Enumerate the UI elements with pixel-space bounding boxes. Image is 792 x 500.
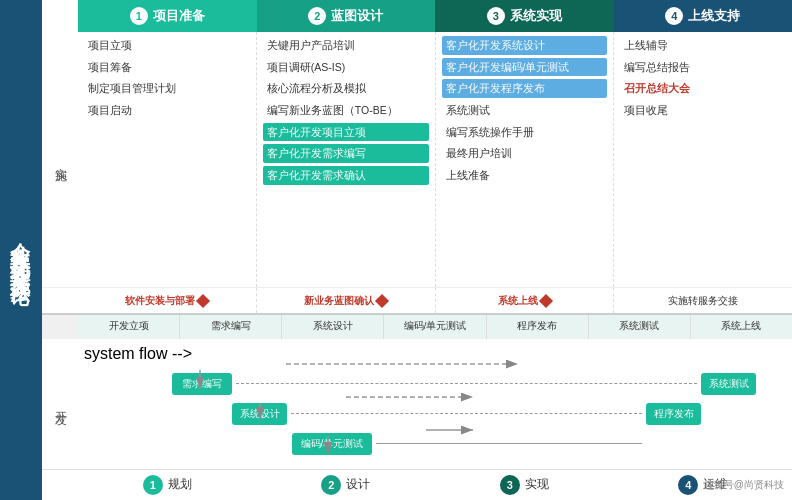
footer-phase-2: 2 设计 bbox=[257, 475, 436, 495]
task-item: 制定项目管理计划 bbox=[84, 79, 250, 98]
task-item: 最终用户培训 bbox=[442, 144, 608, 163]
dashed-line-2 bbox=[287, 413, 646, 414]
footer-phases: 1 规划 2 设计 3 实现 4 运维 bbox=[78, 475, 792, 495]
flow-box-syscheck: 系统测试 bbox=[701, 373, 756, 395]
footer-phase-3: 3 实现 bbox=[435, 475, 614, 495]
task-item: 核心流程分析及模拟 bbox=[263, 79, 429, 98]
dev-phase-cell-5: 系统测试 bbox=[589, 315, 691, 339]
left-title: 企业数字化转型实施方法论 bbox=[0, 0, 42, 500]
task-item: 项目立项 bbox=[84, 36, 250, 55]
task-item-highlight: 客户化开发项目立项 bbox=[263, 123, 429, 142]
footer-num-3: 3 bbox=[500, 475, 520, 495]
task-item-highlight: 客户化开发系统设计 bbox=[442, 36, 608, 55]
bottom-section: 开发立项 需求编写 系统设计 编码/单元测试 程序发布 系统测试 系统上线 开发… bbox=[42, 315, 792, 500]
task-item: 系统测试 bbox=[442, 101, 608, 120]
dev-phase-cell-4: 程序发布 bbox=[487, 315, 589, 339]
phase-num-2: 2 bbox=[308, 7, 326, 25]
task-item: 项目筹备 bbox=[84, 58, 250, 77]
phase2-tasks: 关键用户产品培训 项目调研(AS-IS) 核心流程分析及模拟 编写新业务蓝图（T… bbox=[257, 32, 436, 287]
milestone-2: 新业务蓝图确认 bbox=[257, 288, 436, 313]
dashed-line-1 bbox=[232, 383, 701, 384]
milestone-4: 实施转服务交接 bbox=[614, 288, 792, 313]
phase4-tasks: 上线辅导 编写总结报告 召开总结大会 项目收尾 bbox=[614, 32, 792, 287]
task-item: 编写新业务蓝图（TO-BE） bbox=[263, 101, 429, 120]
content-area: 1 项目准备 2 蓝图设计 3 系统实现 4 上线支持 bbox=[42, 0, 792, 500]
phase-header-4: 4 上线支持 bbox=[614, 0, 793, 32]
task-item: 召开总结大会 bbox=[620, 79, 786, 98]
dev-diagram: system flow --> 需求编写 系统测试 bbox=[78, 339, 792, 469]
main-container: 企业数字化转型实施方法论 1 项目准备 2 蓝图设计 3 系统实现 bbox=[0, 0, 792, 500]
phase3-tasks: 客户化开发系统设计 客户化开发编码/单元测试 客户化开发程序发布 系统测试 编写… bbox=[436, 32, 615, 287]
top-section: 1 项目准备 2 蓝图设计 3 系统实现 4 上线支持 bbox=[42, 0, 792, 315]
dev-phase-cell-3: 编码/单元测试 bbox=[384, 315, 486, 339]
milestone-row: 软件安装与部署 新业务蓝图确认 系统上线 bbox=[42, 287, 792, 313]
dev-phase-cell-2: 系统设计 bbox=[282, 315, 384, 339]
phase1-tasks: 项目立项 项目筹备 制定项目管理计划 项目启动 bbox=[78, 32, 257, 287]
dev-phase-cells: 开发立项 需求编写 系统设计 编码/单元测试 程序发布 系统测试 系统上线 bbox=[78, 315, 792, 339]
bottom-footer: 1 规划 2 设计 3 实现 4 运维 bbox=[42, 469, 792, 500]
phase-label-spacer bbox=[42, 0, 78, 32]
solid-line-1 bbox=[372, 443, 646, 444]
dev-label-header bbox=[42, 315, 78, 339]
flow-box-needs: 需求编写 bbox=[172, 373, 232, 395]
flow-row-3: 编码/单元测试 bbox=[84, 433, 786, 455]
flow-row-2: 系统设计 程序发布 bbox=[84, 403, 786, 425]
milestone-1: 软件安装与部署 bbox=[78, 288, 257, 313]
milestone-wrapper-1: 软件安装与部署 bbox=[125, 294, 208, 308]
footer-num-1: 1 bbox=[143, 475, 163, 495]
flow-box-sysdesign: 系统设计 bbox=[232, 403, 287, 425]
task-item: 项目启动 bbox=[84, 101, 250, 120]
phase-num-1: 1 bbox=[130, 7, 148, 25]
phase-num-3: 3 bbox=[487, 7, 505, 25]
phase-num-4: 4 bbox=[665, 7, 683, 25]
task-item: 关键用户产品培训 bbox=[263, 36, 429, 55]
footer-num-2: 2 bbox=[321, 475, 341, 495]
footer-num-4: 4 bbox=[678, 475, 698, 495]
milestone-wrapper-2: 新业务蓝图确认 bbox=[304, 294, 387, 308]
task-item: 上线准备 bbox=[442, 166, 608, 185]
diamond-icon-2 bbox=[375, 293, 389, 307]
dev-phase-cell-6: 系统上线 bbox=[691, 315, 792, 339]
phase-header-3: 3 系统实现 bbox=[435, 0, 614, 32]
dev-phase-cell-0: 开发立项 bbox=[78, 315, 180, 339]
task-item-highlight: 客户化开发编码/单元测试 bbox=[442, 58, 608, 77]
task-item-highlight: 客户化开发程序发布 bbox=[442, 79, 608, 98]
phase-header-2: 2 蓝图设计 bbox=[257, 0, 436, 32]
dev-row-label: 开发 bbox=[42, 339, 78, 469]
dev-phase-cell-1: 需求编写 bbox=[180, 315, 282, 339]
diamond-icon-3 bbox=[539, 293, 553, 307]
watermark: 搜狐号@尚贤科技 bbox=[704, 478, 784, 492]
footer-phase-1: 1 规划 bbox=[78, 475, 257, 495]
task-item-highlight: 客户化开发需求确认 bbox=[263, 166, 429, 185]
phase-header-1: 1 项目准备 bbox=[78, 0, 257, 32]
dev-header-row: 开发立项 需求编写 系统设计 编码/单元测试 程序发布 系统测试 系统上线 bbox=[42, 315, 792, 339]
flow-row-1: 需求编写 系统测试 bbox=[84, 373, 786, 395]
task-item: 项目收尾 bbox=[620, 101, 786, 120]
impl-row-label: 实施 bbox=[42, 32, 78, 287]
phases-content: 项目立项 项目筹备 制定项目管理计划 项目启动 关键用户产品培训 项目调研(AS… bbox=[78, 32, 792, 287]
task-item-highlight: 客户化开发需求编写 bbox=[263, 144, 429, 163]
dev-content: 开发 system flow --> 需求编写 系统测试 bbox=[42, 339, 792, 469]
task-item: 编写总结报告 bbox=[620, 58, 786, 77]
flow-box-coding: 编码/单元测试 bbox=[292, 433, 372, 455]
milestone-text-2: 新业务蓝图确认 bbox=[304, 294, 374, 308]
milestone-wrapper-3: 系统上线 bbox=[498, 294, 551, 308]
task-item: 上线辅导 bbox=[620, 36, 786, 55]
task-item: 项目调研(AS-IS) bbox=[263, 58, 429, 77]
diamond-icon-1 bbox=[196, 293, 210, 307]
milestone-text-3: 系统上线 bbox=[498, 294, 538, 308]
task-item: 编写系统操作手册 bbox=[442, 123, 608, 142]
flow-box-release: 程序发布 bbox=[646, 403, 701, 425]
milestone-text-1: 软件安装与部署 bbox=[125, 294, 195, 308]
milestone-3: 系统上线 bbox=[436, 288, 615, 313]
phase-headers: 1 项目准备 2 蓝图设计 3 系统实现 4 上线支持 bbox=[42, 0, 792, 32]
content-rows: 实施 项目立项 项目筹备 制定项目管理计划 项目启动 关键用户产品培训 项目调研… bbox=[42, 32, 792, 287]
milestone-label-spacer bbox=[42, 288, 78, 313]
